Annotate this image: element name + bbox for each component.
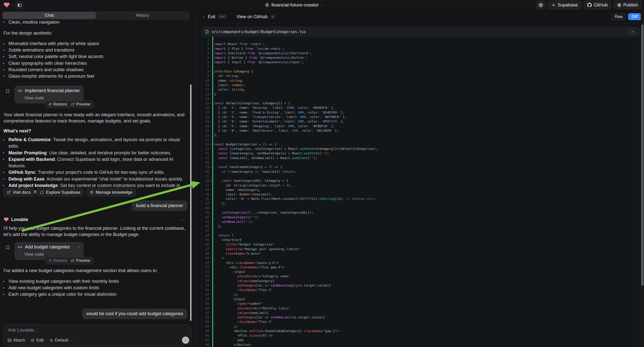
line-number: 60 <box>202 306 209 311</box>
arrow-up-icon: ↑ <box>185 338 187 342</box>
chat-panel: Chat History Clean, intuitive navigation… <box>0 10 197 347</box>
line-number: 5 <box>202 56 209 60</box>
restore-icon: ↺ <box>48 102 52 107</box>
code-line: 54 value={newCategory} <box>202 279 640 283</box>
code-line: 5import { Button } from '@/components/ui… <box>202 56 640 60</box>
visit-docs-button[interactable]: Visit docs <box>4 188 34 196</box>
code-line: 58 <Input <box>202 297 640 302</box>
code-line: 46 title="Budget Categories" <box>202 242 640 247</box>
code-line: 20 { id: '5', name: 'Shopping', limit: 2… <box>202 124 640 128</box>
code-scrollbar-thumb[interactable] <box>641 24 644 286</box>
github-icon <box>587 3 592 7</box>
fold-chevron-icon[interactable]: ∨ <box>210 178 212 183</box>
sidebar-toggle-button[interactable] <box>16 1 24 9</box>
design-bullet-list: Minimalist interface with plenty of whit… <box>0 40 190 80</box>
assistant-name: Lovable <box>11 217 28 222</box>
code-line: 55 onChange={(e) => setNewCategory(e.tar… <box>202 283 640 288</box>
view-code-link[interactable]: View code <box>24 252 80 257</box>
code-line: 26 const [newCategory, setNewCategory] =… <box>202 151 640 156</box>
code-line: 38 <box>202 206 640 210</box>
code-line: 41 setNewLimit(''); <box>202 220 640 224</box>
tab-chat[interactable]: Chat <box>3 12 96 19</box>
code-line: 30 if (!newCategory || !newLimit) return… <box>202 170 640 174</box>
line-number: 57 <box>202 292 209 297</box>
line-number: 17 <box>202 110 209 115</box>
code-panel: Exit ESC View on GitHub G Raw Diff src/c… <box>197 10 644 347</box>
github-button[interactable]: GitHub <box>584 1 611 9</box>
sliders-icon <box>49 338 53 342</box>
fold-chevron-icon[interactable]: ∨ <box>210 69 212 74</box>
code-line: 37 }; <box>202 202 640 206</box>
more-options-icon[interactable]: ⋯ <box>180 217 186 223</box>
list-item: Add new budget categories with custom li… <box>0 284 190 291</box>
line-number: 65 <box>202 329 209 333</box>
code-line: 25 const [categories, setCategories] = R… <box>202 146 640 151</box>
collapse-file-button[interactable] <box>628 29 636 35</box>
restore-button[interactable]: ↺Restore <box>48 258 67 263</box>
esc-key-badge: ESC <box>218 15 228 19</box>
restore-button[interactable]: ↺Restore <box>48 102 67 107</box>
project-switcher[interactable]: financial-future-creator <box>265 0 324 10</box>
line-number: 25 <box>202 146 209 151</box>
fold-chevron-icon[interactable]: ∨ <box>210 165 212 169</box>
publish-button[interactable]: Publish <box>614 1 642 9</box>
supabase-label: Supabase <box>558 2 578 8</box>
line-number: 56 <box>202 288 209 292</box>
code-line: 68 </Button> <box>202 342 640 347</box>
line-number: 32 <box>202 178 209 183</box>
fold-chevron-icon[interactable]: ∨ <box>210 142 212 146</box>
panel-left-icon <box>18 3 22 7</box>
exit-button[interactable]: Exit <box>208 14 215 20</box>
code-line: 9 id: string; <box>202 74 640 78</box>
line-number: 26 <box>202 151 209 156</box>
code-line: 39 setCategories([...categories, newCate… <box>202 210 640 215</box>
list-item: Each category gets a unique color for vi… <box>0 291 190 298</box>
view-on-github-button[interactable]: View on GitHub <box>236 14 268 20</box>
bookmark-icon[interactable] <box>6 245 10 250</box>
mode-select[interactable]: Default <box>49 338 73 343</box>
line-number: 41 <box>202 220 209 224</box>
code-line: 31 <box>202 174 640 178</box>
settings-button[interactable] <box>536 1 546 9</box>
code-line: 47 subtitle="Manage your spending limits… <box>202 247 640 252</box>
file-added-icon <box>205 30 209 34</box>
manage-knowledge-button[interactable]: Manage knowledge <box>86 188 136 196</box>
edit-mode-button[interactable]: Edit <box>30 338 44 343</box>
next-steps-list: Refine & Customize: Tweak the design, an… <box>0 136 189 196</box>
code-line: 19 { id: '4', name: 'Entertainment', lim… <box>202 119 640 124</box>
bookmark-icon[interactable] <box>6 88 10 94</box>
supabase-icon <box>552 3 556 7</box>
line-number: 47 <box>202 247 209 252</box>
image-icon <box>8 338 12 342</box>
list-item: Soft, neutral color palette with light b… <box>0 53 190 60</box>
raw-toggle-button[interactable]: Raw <box>611 13 626 20</box>
line-number: 8 <box>202 69 209 74</box>
chevron-down-icon <box>321 4 324 6</box>
line-number: 19 <box>202 119 209 124</box>
code-line: 60 placeholder="Monthly limit" <box>202 306 640 311</box>
preview-button[interactable]: Preview <box>71 102 90 106</box>
explore-supabase-button[interactable]: Explore Supabase <box>36 188 84 196</box>
line-number: 51 <box>202 265 209 270</box>
fold-chevron-icon[interactable]: ∨ <box>210 101 212 106</box>
attach-button[interactable]: Attach <box>8 338 25 343</box>
diff-toggle-button[interactable]: Diff <box>628 13 641 20</box>
code-line: 29∨ const handleAddCategory = () => { <box>202 165 640 169</box>
code-line: 56 className="flex-1" <box>202 288 640 292</box>
external-link-icon <box>7 190 11 194</box>
line-number: 64 <box>202 324 209 329</box>
chevron-down-icon <box>70 339 73 342</box>
quick-actions: Visit docs Explore Supabase Manage knowl… <box>4 188 136 196</box>
preview-button[interactable]: Preview <box>71 258 90 263</box>
reply-bullet-list: View existing budget categories with the… <box>0 278 190 298</box>
lovable-logo-menu[interactable] <box>4 2 14 8</box>
line-number: 12 <box>202 87 209 92</box>
send-button[interactable]: ↑ <box>182 336 189 344</box>
chat-scrollbar[interactable] <box>190 84 192 321</box>
chat-input[interactable] <box>8 327 157 333</box>
target-icon <box>30 338 34 342</box>
view-code-link[interactable]: View code <box>24 96 80 100</box>
tab-history[interactable]: History <box>96 12 189 19</box>
supabase-button[interactable]: Supabase <box>548 1 581 9</box>
code-line: 27 const [newLimit, setNewLimit] = React… <box>202 156 640 160</box>
